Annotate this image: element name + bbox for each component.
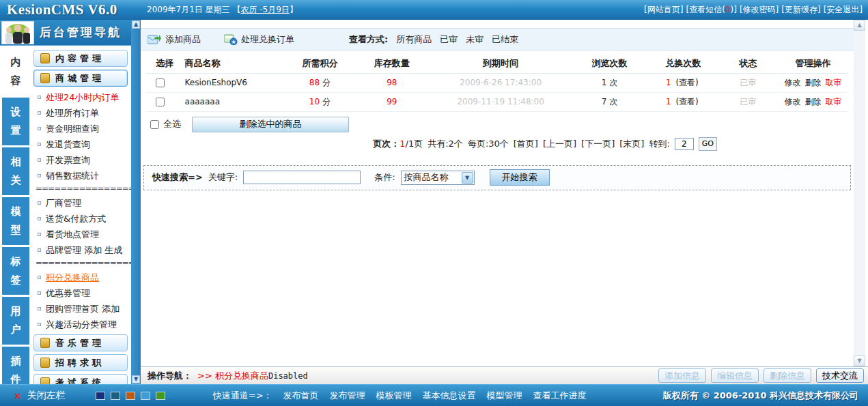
condition-select[interactable]: 按商品名称 ▼ [401, 171, 475, 185]
select-all-checkbox[interactable] [150, 120, 159, 129]
theme-swatch-green[interactable] [156, 392, 165, 400]
theme-swatch-lightblue[interactable] [141, 392, 150, 400]
menu-item-shipping-returns[interactable]: 发退货查询 [31, 136, 131, 152]
rail-tab-models[interactable]: 模型 [2, 197, 29, 245]
row-checkbox[interactable] [156, 78, 165, 87]
scroll-up-arrow-icon[interactable]: ▲ [854, 20, 865, 31]
add-info-button[interactable]: 添加信息 [658, 368, 706, 383]
revoke-approval-link[interactable]: 取审 [826, 78, 842, 87]
theme-swatch-orange[interactable] [126, 392, 135, 400]
view-all-products-link[interactable]: 所有商品 [396, 33, 432, 46]
first-page-link[interactable]: [首页] [514, 138, 538, 150]
main-scrollbar[interactable]: ▲ ▼ [854, 20, 865, 366]
exchange-view-link[interactable]: (查看) [675, 78, 698, 87]
menu-item-coupon-manage[interactable]: 优惠券管理 [31, 285, 131, 301]
refresh-cache-link[interactable]: [更新缓存] [781, 4, 820, 16]
quick-link-publish-home[interactable]: 发布首页 [283, 390, 319, 402]
job-recruit-button[interactable]: 招聘求职 [33, 354, 128, 371]
view-sms-link[interactable]: [查看短信(0)] [686, 4, 736, 16]
theme-color-picker [90, 392, 165, 400]
row-checkbox[interactable] [156, 98, 165, 106]
quick-link-basic-settings[interactable]: 基本信息设置 [423, 390, 476, 402]
splitter-down-arrow-icon[interactable]: ▼ [132, 375, 140, 383]
theme-swatch-navy[interactable] [96, 392, 105, 400]
mall-manage-button[interactable]: 商城管理 [33, 70, 128, 87]
add-product-button[interactable]: 添加商品 [148, 33, 201, 46]
select-all-label[interactable]: 全选 [163, 118, 181, 130]
edit-info-button[interactable]: 编辑信息 [711, 368, 759, 383]
process-orders-icon: ★ [224, 34, 238, 45]
menu-item-all-orders[interactable]: 处理所有订单 [31, 105, 131, 121]
menu-item-funds-query[interactable]: 资金明细查询 [31, 121, 131, 136]
edit-link[interactable]: 修改 [785, 78, 801, 87]
process-exchange-orders-button[interactable]: ★ 处理兑换订单 [224, 33, 294, 46]
goto-page-input[interactable] [675, 138, 694, 150]
view-unapproved-link[interactable]: 未审 [466, 33, 484, 46]
menu-item-vendor-manage[interactable]: 厂商管理 [31, 195, 131, 211]
revoke-approval-link[interactable]: 取审 [826, 97, 842, 106]
breadcrumb-path: 积分兑换商品 [215, 371, 268, 381]
keyword-label: 关键字: [208, 171, 238, 184]
rail-tab-content[interactable]: 内容 [2, 48, 29, 96]
copyright-text: 版权所有 © 2006-2010 科兴信息技术有限公司 [663, 390, 858, 402]
splitter-up-arrow-icon[interactable]: ▲ [132, 20, 140, 29]
menu-item-sales-stats[interactable]: 销售数据统计 [31, 168, 131, 184]
content-manage-button[interactable]: 内容管理 [33, 50, 128, 67]
date-display: 2009年7月1日 星期三 【农历 -5月9日】 [147, 4, 298, 16]
rail-tab-labels[interactable]: 标签 [2, 247, 29, 295]
delete-selected-button[interactable]: 删除选中的商品 [192, 117, 349, 132]
menu-item-orders-24h[interactable]: 处理24小时内订单 [31, 89, 131, 105]
sidebar-splitter[interactable]: ▲ ▼ [131, 20, 141, 384]
exam-system-button[interactable]: 考试系统 [33, 374, 128, 384]
prev-page-link[interactable]: [上一页] [543, 138, 576, 150]
edit-link[interactable]: 修改 [785, 97, 801, 106]
start-search-button[interactable]: 开始搜索 [490, 169, 550, 186]
close-sidebar-link[interactable]: 关闭左栏 [27, 390, 66, 402]
total-pages: /1页 [406, 139, 423, 149]
menu-item-points-exchange[interactable]: 积分兑换商品 [31, 270, 131, 285]
tech-exchange-button[interactable]: 技术交流 [816, 368, 864, 383]
col-exchanges: 兑换次数 [648, 55, 718, 73]
delete-info-button[interactable]: 删除信息 [764, 368, 811, 383]
rail-tab-plugins[interactable]: 插件 [2, 347, 29, 384]
condition-value: 按商品名称 [402, 171, 462, 184]
rail-tab-related[interactable]: 相关 [2, 147, 29, 195]
logout-link[interactable]: [安全退出] [824, 4, 863, 16]
rail-tab-label: 用户 [10, 302, 21, 339]
rail-tab-label: 模型 [10, 203, 21, 240]
menu-item-activity-category[interactable]: 兴趣活动分类管理 [31, 317, 131, 332]
menu-item-delivery-payment[interactable]: 送货&付款方式 [31, 211, 131, 227]
menu-item-brand-manage[interactable]: 品牌管理 添加 生成 [31, 242, 131, 258]
quick-channel: 快速通道=>： 发布首页 发布管理 模板管理 基本信息设置 模型管理 查看工作进… [213, 390, 587, 402]
app-logo: KesionCMS V6.0 [7, 1, 147, 18]
quick-link-work-progress[interactable]: 查看工作进度 [533, 390, 587, 402]
delete-link[interactable]: 删除 [805, 97, 822, 106]
music-manage-button[interactable]: 音乐管理 [33, 334, 128, 351]
rail-tab-users[interactable]: 用户 [2, 297, 29, 345]
quick-link-publish-manage[interactable]: 发布管理 [330, 390, 365, 402]
quick-link-template-manage[interactable]: 模板管理 [376, 390, 412, 402]
menu-item-groupbuy-manage[interactable]: 团购管理首页 添加 [31, 301, 131, 317]
last-page-link[interactable]: [末页] [619, 138, 644, 150]
scroll-down-arrow-icon[interactable]: ▼ [854, 356, 865, 366]
rail-tab-settings[interactable]: 设置 [2, 98, 29, 145]
site-home-link[interactable]: [网站首页] [644, 4, 683, 16]
menu-item-invoice-query[interactable]: 开发票查询 [31, 152, 131, 168]
close-icon[interactable]: × [14, 390, 22, 401]
go-button[interactable]: GO [699, 137, 717, 151]
view-ended-link[interactable]: 已结束 [492, 33, 518, 46]
keyword-input[interactable] [243, 171, 361, 184]
item-count: 共有:2个 [428, 138, 463, 150]
view-approved-link[interactable]: 已审 [440, 33, 458, 46]
lunar-date-link[interactable]: 农历 -5月9日 [240, 5, 289, 14]
next-page-link[interactable]: [下一页] [581, 138, 615, 150]
menu-item-label: 品牌管理 添加 生成 [46, 244, 122, 257]
quick-link-model-manage[interactable]: 模型管理 [487, 390, 522, 402]
page-label: 页次： [373, 139, 400, 149]
menu-item-viewing-location[interactable]: 看货地点管理 [31, 227, 131, 242]
change-password-link[interactable]: [修改密码] [740, 4, 779, 16]
delete-link[interactable]: 删除 [805, 78, 822, 87]
date-text: 2009年7月1日 星期三 [147, 5, 230, 14]
exchange-view-link[interactable]: (查看) [675, 97, 698, 106]
theme-swatch-teal[interactable] [111, 392, 120, 400]
